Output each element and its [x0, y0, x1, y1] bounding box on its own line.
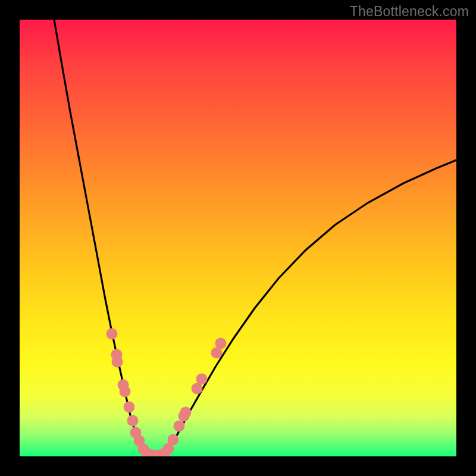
data-dot — [196, 374, 208, 385]
data-dot — [124, 402, 135, 413]
curve-left — [54, 20, 149, 455]
data-dot — [180, 407, 192, 418]
data-dot — [215, 338, 227, 349]
data-dot — [112, 356, 123, 368]
curve-right — [162, 160, 456, 455]
data-dot — [107, 328, 118, 340]
outer-frame: TheBottleneck.com — [0, 0, 476, 476]
plot-area — [20, 20, 456, 456]
data-dot — [127, 415, 139, 427]
data-dot — [168, 434, 179, 446]
data-dots — [107, 328, 227, 457]
chart-svg — [20, 20, 456, 456]
watermark-label: TheBottleneck.com — [350, 4, 469, 20]
data-dot — [120, 386, 131, 397]
data-dot — [174, 421, 185, 432]
